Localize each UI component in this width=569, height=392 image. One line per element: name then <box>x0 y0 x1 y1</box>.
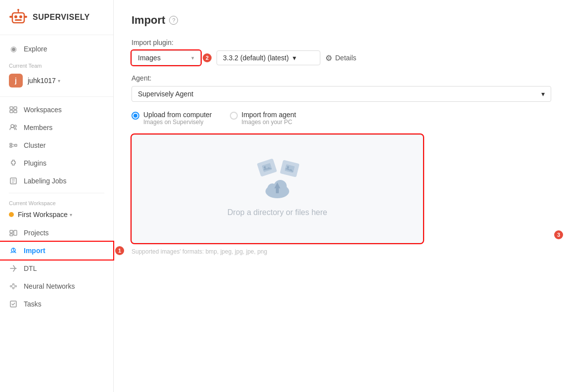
svg-line-31 <box>14 285 15 287</box>
svg-point-3 <box>19 15 22 18</box>
page-title: Import <box>131 14 165 27</box>
dtl-icon <box>9 264 18 273</box>
svg-point-14 <box>14 125 16 127</box>
logo-icon <box>9 8 28 27</box>
projects-icon <box>9 228 18 237</box>
workspace-dot <box>9 212 14 217</box>
team-item[interactable]: j juhk1017 ▾ <box>9 72 104 89</box>
svg-point-26 <box>13 284 14 285</box>
import-option-sub: Images on your PC <box>242 119 297 126</box>
svg-line-29 <box>12 285 13 287</box>
logo-area: SUPERVISELY <box>0 0 113 35</box>
logo-text: SUPERVISELY <box>33 13 90 22</box>
labeling-jobs-label: Labeling Jobs <box>24 177 66 185</box>
agent-row: Agent: Supervisely Agent ▾ <box>131 74 551 102</box>
svg-line-30 <box>12 286 13 288</box>
explore-icon: ◉ <box>9 44 18 53</box>
sidebar-item-projects[interactable]: Projects <box>0 224 113 242</box>
annotation-3-badge: 3 <box>554 230 563 239</box>
version-select[interactable]: 3.3.2 (default) (latest) ▾ <box>217 50 320 65</box>
cloud-upload-icon <box>263 177 291 200</box>
neural-networks-icon <box>9 282 18 291</box>
svg-rect-34 <box>262 163 272 173</box>
svg-point-28 <box>15 286 17 287</box>
svg-rect-17 <box>15 144 17 146</box>
upload-option-label: Upload from computer <box>143 111 212 119</box>
workspace-name: First Workspace ▾ <box>18 211 72 218</box>
dtl-label: DTL <box>24 264 37 272</box>
sidebar-item-import[interactable]: Import 1 <box>0 242 113 260</box>
divider-1 <box>0 96 113 97</box>
plugins-icon <box>9 159 18 168</box>
workspace-section: Current Workspace First Workspace ▾ <box>0 196 113 222</box>
svg-rect-11 <box>10 110 13 113</box>
upload-radio-button[interactable] <box>131 112 139 120</box>
current-team-section: Current Team j juhk1017 ▾ <box>0 58 113 92</box>
svg-rect-4 <box>15 19 22 21</box>
svg-line-19 <box>12 146 15 147</box>
current-team-label: Current Team <box>9 63 104 69</box>
team-chevron-icon: ▾ <box>58 78 60 84</box>
sidebar: SUPERVISELY ◉ Explore Current Team j juh… <box>0 0 114 392</box>
svg-line-18 <box>12 144 15 145</box>
import-from-agent-option[interactable]: Import from agent Images on your PC <box>230 111 297 126</box>
svg-point-25 <box>10 286 12 287</box>
tasks-label: Tasks <box>24 300 42 308</box>
import-option-label: Import from agent <box>242 111 297 119</box>
explore-label: Explore <box>24 45 47 53</box>
drop-zone[interactable]: Drop a directory or files here <box>131 134 423 243</box>
workspace-label: Current Workspace <box>9 200 104 206</box>
sidebar-item-explore[interactable]: ◉ Explore <box>0 40 113 58</box>
upload-options-row: Upload from computer Images on Supervise… <box>131 111 551 126</box>
sidebar-item-neural-networks[interactable]: Neural Networks <box>0 277 113 295</box>
svg-rect-10 <box>14 107 17 109</box>
annotation-2-badge: 2 <box>203 53 212 62</box>
details-icon: ⚙ <box>325 53 332 63</box>
svg-rect-7 <box>9 16 12 18</box>
labeling-jobs-icon <box>9 176 18 185</box>
svg-rect-15 <box>10 143 12 145</box>
help-icon[interactable]: ? <box>169 16 178 25</box>
agent-select[interactable]: Supervisely Agent ▾ <box>131 86 551 102</box>
projects-label: Projects <box>24 229 49 237</box>
section-divider <box>9 193 104 193</box>
workspaces-label: Workspaces <box>24 106 62 114</box>
formats-text: Supported images' formats: bmp, jpeg, jp… <box>131 248 551 255</box>
plugin-selected-value: Images <box>138 54 161 62</box>
agent-chevron-icon: ▾ <box>541 90 545 98</box>
version-chevron-icon: ▾ <box>293 54 296 62</box>
sidebar-item-workspaces[interactable]: Workspaces <box>0 101 113 119</box>
sidebar-item-labeling-jobs[interactable]: Labeling Jobs <box>0 172 113 190</box>
workspace-item[interactable]: First Workspace ▾ <box>9 209 104 220</box>
sidebar-item-members[interactable]: Members <box>0 119 113 136</box>
svg-rect-22 <box>10 234 13 236</box>
neural-networks-label: Neural Networks <box>24 282 75 290</box>
agent-label: Agent: <box>131 74 551 82</box>
drop-zone-container: Drop a directory or files here 3 <box>131 134 551 243</box>
sidebar-item-plugins[interactable]: Plugins <box>0 154 113 172</box>
sidebar-item-tasks[interactable]: Tasks <box>0 295 113 313</box>
annotation-1-badge: 1 <box>115 246 124 255</box>
svg-line-32 <box>14 286 15 288</box>
svg-point-13 <box>11 125 14 128</box>
plugin-chevron-icon: ▾ <box>191 55 194 61</box>
details-label: Details <box>335 54 356 62</box>
members-label: Members <box>24 124 52 131</box>
main-content: Import ? Import plugin: Images ▾ 2 3.3.2… <box>114 0 569 392</box>
svg-rect-9 <box>10 107 13 109</box>
import-label: Import <box>24 247 45 255</box>
sidebar-item-cluster[interactable]: Cluster <box>0 136 113 154</box>
drop-text: Drop a directory or files here <box>227 208 327 217</box>
svg-rect-8 <box>24 16 27 18</box>
workspace-chevron-icon: ▾ <box>70 212 72 218</box>
page-title-row: Import ? <box>131 14 551 27</box>
workspace-nav: Projects Import 1 DTL <box>0 222 113 315</box>
sidebar-item-dtl[interactable]: DTL <box>0 260 113 277</box>
plugin-select[interactable]: Images ▾ <box>131 50 201 65</box>
cluster-icon <box>9 141 18 150</box>
details-button[interactable]: ⚙ Details <box>325 53 356 63</box>
svg-rect-23 <box>14 230 17 235</box>
import-radio-button[interactable] <box>230 112 238 120</box>
cluster-label: Cluster <box>24 141 45 149</box>
upload-from-computer-option[interactable]: Upload from computer Images on Supervise… <box>131 111 212 126</box>
